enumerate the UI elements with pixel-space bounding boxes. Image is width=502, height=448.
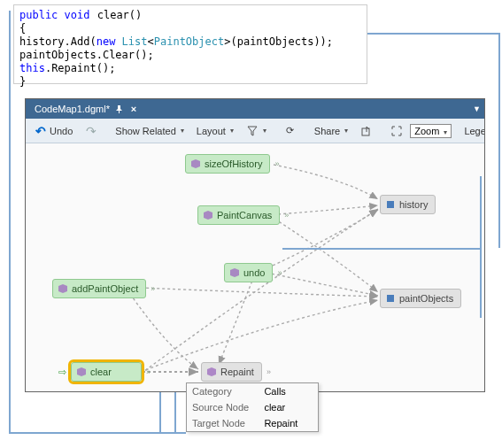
share-button[interactable]: Share▾: [309, 123, 353, 139]
method-icon: [77, 367, 86, 376]
tab-dropdown-icon[interactable]: ▼: [473, 104, 481, 113]
svg-rect-1: [387, 201, 394, 208]
graph-canvas[interactable]: sizeOfHistory» PaintCanvas» addPaintObje…: [26, 143, 484, 391]
filter-button[interactable]: ▾: [241, 122, 272, 140]
node-addPaintObject[interactable]: addPaintObject»: [52, 279, 146, 298]
method-icon: [207, 367, 216, 376]
zoom-combo[interactable]: Zoom ▾: [410, 124, 452, 138]
node-paintObjects[interactable]: paintObjects: [380, 289, 461, 308]
undo-button[interactable]: ↶Undo: [29, 122, 78, 140]
node-PaintCanvas[interactable]: PaintCanvas»: [197, 205, 280, 225]
redo-icon: ↷: [85, 125, 97, 137]
fit-icon: [390, 125, 403, 137]
entry-arrow-icon: ⇨: [58, 367, 66, 378]
undo-icon: ↶: [35, 125, 47, 137]
show-related-button[interactable]: Show Related▾: [110, 123, 189, 139]
legend-button[interactable]: Legend: [459, 123, 484, 139]
layout-button[interactable]: Layout▾: [191, 123, 239, 139]
field-icon: [386, 200, 395, 209]
pin-icon[interactable]: [115, 105, 124, 113]
tab-bar: CodeMap1.dgml* × ▼: [26, 99, 484, 119]
code-snippet: public void clear() { history.Add(new Li…: [13, 4, 367, 84]
refresh-button[interactable]: ⟳: [279, 122, 302, 140]
node-history[interactable]: history: [380, 195, 436, 214]
codemap-window: CodeMap1.dgml* × ▼ ↶Undo ↷ Show Related▾…: [25, 98, 485, 392]
node-sizeOfHistory[interactable]: sizeOfHistory»: [185, 154, 270, 174]
node-clear[interactable]: ⇨ clear»: [71, 362, 142, 382]
refresh-icon: ⟳: [284, 125, 297, 137]
filter-icon: [246, 125, 259, 137]
edge-tooltip: CategoryCalls Source Nodeclear Target No…: [186, 382, 319, 432]
redo-button[interactable]: ↷: [80, 122, 103, 140]
method-icon: [191, 159, 200, 168]
node-Repaint[interactable]: Repaint»: [201, 362, 262, 382]
field-icon: [386, 294, 395, 303]
method-icon: [58, 284, 67, 293]
method-icon: [230, 268, 239, 277]
svg-rect-2: [387, 295, 394, 302]
method-icon: [204, 211, 212, 220]
export-button[interactable]: [355, 122, 378, 140]
export-icon: [360, 125, 373, 137]
toolbar: ↶Undo ↷ Show Related▾ Layout▾ ▾ ⟳ Share▾…: [26, 119, 484, 143]
selection-overlay: [282, 248, 482, 250]
tab-title: CodeMap1.dgml*: [35, 104, 110, 114]
fit-button[interactable]: [385, 122, 408, 140]
tab-codemap[interactable]: CodeMap1.dgml* ×: [31, 104, 142, 114]
svg-rect-0: [362, 128, 369, 135]
close-icon[interactable]: ×: [129, 104, 138, 114]
node-undo[interactable]: undo»: [224, 263, 273, 282]
